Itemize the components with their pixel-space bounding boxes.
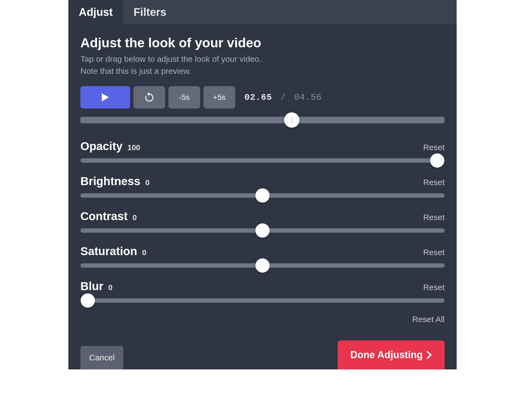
slider-opacity-track[interactable] (80, 158, 445, 163)
reset-all-link[interactable]: Reset All (80, 315, 445, 324)
play-icon (102, 93, 109, 101)
slider-opacity-label: Opacity (80, 140, 122, 153)
tab-adjust[interactable]: Adjust (68, 0, 123, 24)
tabs: Adjust Filters (68, 0, 457, 24)
done-label: Done Adjusting (350, 349, 423, 361)
footer: Cancel Done Adjusting (80, 340, 445, 369)
forward-5s-button[interactable]: +5s (203, 86, 235, 109)
slider-contrast: Contrast0Reset (80, 210, 445, 233)
playback-controls: -5s +5s 02.65 / 04.56 (80, 86, 445, 109)
slider-saturation-value: 0 (142, 248, 147, 257)
slider-brightness-value: 0 (145, 178, 150, 187)
restart-button[interactable] (133, 86, 165, 109)
slider-blur-reset[interactable]: Reset (423, 283, 445, 292)
slider-opacity: Opacity100Reset (80, 140, 445, 163)
slider-saturation-label: Saturation (80, 245, 137, 258)
page-title: Adjust the look of your video (80, 35, 445, 50)
slider-saturation: Saturation0Reset (80, 245, 445, 268)
time-separator: / (280, 92, 286, 103)
slider-saturation-track[interactable] (80, 263, 445, 268)
subtitle-line-2: Note that this is just a preview. (80, 66, 191, 75)
subtitle-line-1: Tap or drag below to adjust the look of … (80, 54, 261, 63)
slider-blur-track[interactable] (80, 298, 445, 303)
svg-marker-0 (102, 93, 109, 101)
cancel-button[interactable]: Cancel (80, 346, 123, 369)
back-5s-button[interactable]: -5s (168, 86, 200, 109)
slider-brightness-reset[interactable]: Reset (423, 178, 445, 187)
slider-contrast-thumb[interactable] (255, 223, 270, 238)
slider-brightness-label: Brightness (80, 175, 140, 188)
slider-blur: Blur0Reset (80, 280, 445, 303)
tab-filters[interactable]: Filters (123, 0, 177, 24)
page-subtitle: Tap or drag below to adjust the look of … (80, 53, 445, 77)
slider-opacity-value: 100 (127, 143, 140, 152)
time-display: 02.65 / 04.56 (244, 92, 322, 103)
slider-brightness-thumb[interactable] (255, 188, 270, 203)
svg-marker-1 (147, 92, 149, 96)
chevron-right-icon (427, 351, 432, 359)
slider-contrast-track[interactable] (80, 228, 445, 233)
slider-contrast-reset[interactable]: Reset (423, 213, 445, 222)
scrub-slider[interactable] (80, 117, 445, 123)
slider-opacity-reset[interactable]: Reset (423, 143, 445, 152)
slider-saturation-thumb[interactable] (255, 258, 270, 273)
slider-brightness-track[interactable] (80, 193, 445, 198)
slider-brightness: Brightness0Reset (80, 175, 445, 198)
slider-contrast-label: Contrast (80, 210, 128, 223)
time-current: 02.65 (244, 92, 272, 103)
slider-opacity-thumb[interactable] (430, 153, 444, 168)
slider-blur-thumb[interactable] (81, 293, 95, 308)
time-total: 04.56 (294, 92, 322, 103)
slider-contrast-value: 0 (133, 213, 137, 222)
adjust-panel: Adjust Filters Adjust the look of your v… (68, 0, 457, 369)
restart-icon (145, 92, 154, 102)
slider-blur-label: Blur (80, 280, 103, 293)
slider-saturation-reset[interactable]: Reset (423, 248, 445, 257)
scrub-thumb[interactable] (284, 112, 299, 128)
play-button[interactable] (80, 86, 130, 109)
slider-blur-value: 0 (108, 283, 113, 292)
done-adjusting-button[interactable]: Done Adjusting (338, 340, 445, 369)
